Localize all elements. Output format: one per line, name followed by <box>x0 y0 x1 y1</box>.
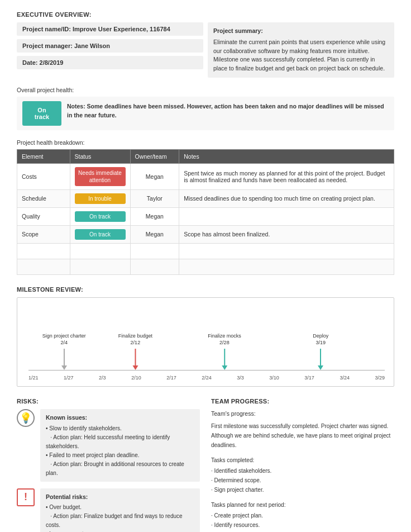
milestone-arrow-2 <box>132 365 138 370</box>
milestone-title: MILESTONE REVIEW: <box>17 286 394 293</box>
milestone-section: MILESTONE REVIEW: Sign project charter2/… <box>17 286 394 387</box>
risk-content-potential: Potential risks: • Over budget. · Action… <box>40 488 200 532</box>
risk-title-known: Known issues: <box>46 413 194 422</box>
axis-label: 2/3 <box>99 375 106 381</box>
milestone-label-1: Sign project charter2/4 <box>42 333 86 346</box>
tasks-planned-title: Tasks planned for next period: <box>211 500 394 510</box>
status-needs-badge: Needs immediateattention <box>75 167 126 186</box>
project-manager-value: Jane Wilson <box>74 42 110 49</box>
axis-label: 3/24 <box>340 375 350 381</box>
cell-status: On track <box>70 207 130 225</box>
teams-progress-title: Team's progress: <box>211 409 394 419</box>
health-row: On track Notes: Some deadlines have been… <box>17 97 394 130</box>
on-track-badge: On track <box>22 101 61 126</box>
cell-notes: Scope has almost been finalized. <box>179 225 394 243</box>
bulb-icon: 💡 <box>17 409 35 427</box>
axis-label: 3/29 <box>375 375 385 381</box>
cell-empty <box>17 243 70 259</box>
cell-empty <box>130 259 179 274</box>
cell-element: Costs <box>17 163 70 189</box>
col-element: Element <box>17 149 70 163</box>
cell-owner: Megan <box>130 207 179 225</box>
tasks-planned-block: Tasks planned for next period: · Create … <box>211 500 394 532</box>
risk-item-known: 💡 Known issues: • Slow to identify stake… <box>17 409 200 482</box>
exec-grid: Project name/ID: Improve User Experience… <box>17 22 394 78</box>
axis-label: 2/10 <box>131 375 141 381</box>
milestone-label-2: Finalize budget2/12 <box>118 333 152 346</box>
health-notes: Notes: Some deadlines have been missed. … <box>67 101 389 120</box>
cell-status: In trouble <box>70 189 130 207</box>
milestone-line-4 <box>320 349 321 365</box>
milestone-line-2 <box>135 349 136 365</box>
team-progress-section: TEAM PROGRESS: Team's progress: First mi… <box>211 398 394 532</box>
tasks-completed-block: Tasks completed: · Identified stakeholde… <box>211 455 394 495</box>
milestone-label-4: Deploy3/19 <box>313 333 328 346</box>
date-field: Date: 2/8/2019 <box>17 56 203 69</box>
health-notes-label: Notes: <box>67 103 85 110</box>
cell-notes <box>179 207 394 225</box>
status-trouble-badge: In trouble <box>75 193 126 204</box>
tasks-completed-title: Tasks completed: <box>211 455 394 465</box>
tasks-planned-items: · Create project plan.· Identify resourc… <box>211 511 394 532</box>
axis-label: 3/10 <box>269 375 279 381</box>
project-name-value: Improve User Experience, 116784 <box>73 26 170 32</box>
project-name-label: Project name/ID: <box>22 26 71 32</box>
cell-empty <box>179 259 394 274</box>
milestone-marker-4: Deploy3/19 <box>313 333 328 369</box>
col-notes: Notes <box>179 149 394 163</box>
breakdown-section: Project health breakdown: Element Status… <box>17 139 394 275</box>
cell-empty <box>17 259 70 274</box>
cell-status: Needs immediateattention <box>70 163 130 189</box>
col-owner: Owner/team <box>130 149 179 163</box>
table-row-empty <box>17 243 394 259</box>
milestone-arrow-3 <box>222 365 227 370</box>
table-row: Schedule In trouble Taylor Missed deadli… <box>17 189 394 207</box>
milestone-label-3: Finalize mocks2/28 <box>208 333 241 346</box>
table-row-empty <box>17 259 394 274</box>
table-row: Scope On track Megan Scope has almost be… <box>17 225 394 243</box>
cell-owner: Megan <box>130 163 179 189</box>
health-notes-text: Some deadlines have been missed. However… <box>67 103 384 118</box>
project-health-section: Overall project health: On track Notes: … <box>17 87 394 130</box>
status-ontrack-badge-quality: On track <box>75 211 126 222</box>
risk-text-potential: • Over budget. · Action plan: Finalize b… <box>46 503 194 532</box>
cell-owner: Megan <box>130 225 179 243</box>
milestone-arrow-1 <box>61 365 67 370</box>
exec-summary-text: Eliminate the current pain points that u… <box>213 38 389 73</box>
team-progress-block: Team's progress: First milestone was suc… <box>211 409 394 450</box>
teams-progress-text: First milestone was successfully complet… <box>211 421 394 450</box>
milestone-marker-1: Sign project charter2/4 <box>42 333 86 369</box>
axis-label: 2/24 <box>202 375 212 381</box>
axis-label: 2/17 <box>166 375 176 381</box>
milestone-line-1 <box>64 349 65 365</box>
exclamation-icon: ! <box>17 488 35 506</box>
cell-empty <box>70 243 130 259</box>
cell-status: On track <box>70 225 130 243</box>
cell-element: Quality <box>17 207 70 225</box>
col-status: Status <box>70 149 130 163</box>
timeline-labels: 1/21 1/27 2/3 2/10 2/17 2/24 3/3 3/10 3/… <box>28 375 385 381</box>
risk-text: • Slow to identify stakeholders. · Actio… <box>46 424 194 478</box>
cell-notes: Spent twice as much money as planned for… <box>179 163 394 189</box>
axis-label: 3/17 <box>304 375 314 381</box>
breakdown-table: Element Status Owner/team Notes Costs Ne… <box>17 149 394 275</box>
exec-summary-title: Project summary: <box>213 27 389 36</box>
risks-title: RISKS: <box>17 398 200 405</box>
milestone-marker-3: Finalize mocks2/28 <box>208 333 241 369</box>
timeline-axis <box>28 370 385 370</box>
cell-empty <box>70 259 130 274</box>
project-manager-label: Project manager: <box>22 42 73 49</box>
axis-label: 1/21 <box>28 375 39 381</box>
milestone-marker-2: Finalize budget2/12 <box>118 333 152 369</box>
risk-content-known: Known issues: • Slow to identify stakeho… <box>40 409 200 482</box>
milestone-line-3 <box>224 349 225 365</box>
breakdown-label: Project health breakdown: <box>17 139 394 146</box>
risk-item-potential: ! Potential risks: • Over budget. · Acti… <box>17 488 200 532</box>
axis-label: 3/3 <box>237 375 244 381</box>
exec-summary: Project summary: Eliminate the current p… <box>208 22 394 78</box>
milestone-arrow-4 <box>318 365 323 370</box>
risk-title-potential: Potential risks: <box>46 492 194 502</box>
team-progress-title: TEAM PROGRESS: <box>211 398 394 405</box>
exec-overview-title: EXECUTIVE OVERVIEW: <box>17 11 394 18</box>
risks-section: RISKS: 💡 Known issues: • Slow to identif… <box>17 398 200 532</box>
